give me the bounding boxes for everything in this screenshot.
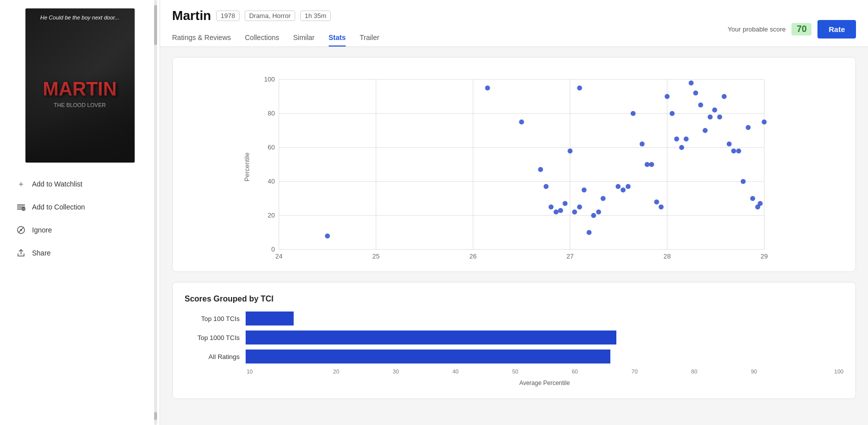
nav-tabs: Ratings & Reviews Collections Similar St…: [172, 30, 379, 46]
svg-point-65: [698, 102, 703, 108]
ignore-button[interactable]: Ignore: [8, 219, 152, 241]
svg-text:26: 26: [469, 252, 476, 260]
svg-text:25: 25: [372, 252, 379, 260]
svg-point-74: [741, 179, 746, 184]
svg-point-51: [626, 184, 631, 189]
bar-row-top100: Top 100 TCIs: [185, 312, 843, 326]
bar-fill-all: [246, 350, 610, 364]
svg-point-60: [674, 136, 679, 142]
svg-point-34: [519, 120, 524, 124]
share-icon: [16, 248, 26, 258]
svg-point-73: [736, 148, 741, 154]
svg-point-44: [582, 188, 587, 192]
tab-ratings[interactable]: Ratings & Reviews: [172, 30, 231, 46]
svg-point-58: [665, 94, 670, 99]
bar-chart-title: Scores Grouped by TCI: [185, 294, 843, 304]
svg-point-43: [577, 204, 582, 210]
svg-point-59: [670, 111, 675, 116]
svg-point-52: [631, 111, 636, 116]
bar-track-top1000: [246, 330, 843, 344]
y-axis-label: Percentile: [243, 152, 251, 182]
rate-button[interactable]: Rate: [817, 20, 856, 38]
svg-point-48: [601, 196, 606, 201]
svg-point-68: [712, 108, 717, 112]
svg-point-67: [708, 114, 713, 120]
bar-track-top100: [246, 312, 843, 326]
svg-text:20: 20: [268, 212, 275, 219]
svg-point-69: [717, 114, 722, 120]
bar-track-all: [246, 350, 843, 364]
bar-row-all: All Ratings: [185, 350, 843, 364]
share-button[interactable]: Share: [8, 242, 152, 264]
scatter-chart-card: .axis-label{font-size:13px;fill:#666;fon…: [172, 57, 856, 272]
svg-point-35: [538, 167, 543, 172]
svg-point-36: [544, 184, 549, 189]
svg-rect-0: [17, 204, 25, 206]
svg-point-33: [485, 86, 490, 90]
bar-label-all: All Ratings: [185, 353, 240, 360]
svg-point-47: [596, 210, 601, 214]
sidebar-scrollbar[interactable]: [154, 0, 158, 425]
x-axis-labels: 10 20 30 40 50 60 70 80 90 100: [246, 368, 843, 374]
svg-point-45: [587, 230, 592, 235]
svg-point-50: [621, 188, 626, 192]
svg-point-56: [654, 200, 659, 204]
svg-point-71: [727, 142, 732, 146]
tab-stats[interactable]: Stats: [329, 30, 346, 46]
ignore-icon: [16, 225, 26, 235]
svg-text:40: 40: [268, 178, 275, 185]
ignore-label: Ignore: [32, 226, 52, 234]
svg-point-49: [616, 184, 621, 189]
bar-row-top1000: Top 1000 TCIs: [185, 330, 843, 344]
svg-point-64: [693, 90, 698, 96]
genres-badge: Drama, Horror: [245, 10, 295, 21]
svg-text:80: 80: [268, 110, 275, 117]
score-label: Your probable score: [728, 26, 786, 33]
svg-point-39: [558, 208, 563, 213]
probable-score: 70: [791, 23, 811, 36]
svg-point-53: [640, 142, 645, 146]
watchlist-label: Add to Watchlist: [32, 180, 83, 188]
svg-point-46: [591, 213, 596, 218]
svg-rect-2: [17, 208, 22, 210]
svg-point-78: [758, 201, 763, 206]
stats-content: .axis-label{font-size:13px;fill:#666;fon…: [160, 47, 868, 409]
tab-similar[interactable]: Similar: [293, 30, 315, 46]
collection-label: Add to Collection: [32, 203, 85, 211]
bar-fill-top1000: [246, 330, 616, 344]
svg-text:24: 24: [275, 252, 282, 260]
svg-point-55: [649, 162, 654, 167]
svg-point-38: [554, 210, 559, 214]
svg-text:28: 28: [663, 252, 670, 260]
svg-point-76: [750, 196, 755, 201]
year-badge: 1978: [216, 10, 240, 21]
poster-tagline: He Could be the boy next door...: [31, 14, 130, 20]
svg-point-42: [572, 210, 577, 214]
svg-point-79: [762, 120, 767, 124]
tab-collections[interactable]: Collections: [245, 30, 279, 46]
plus-icon: ＋: [16, 179, 26, 189]
add-to-watchlist-button[interactable]: ＋ Add to Watchlist: [8, 173, 152, 195]
svg-text:100: 100: [264, 76, 275, 83]
bar-label-top100: Top 100 TCIs: [185, 315, 240, 322]
svg-point-70: [722, 94, 727, 99]
sidebar-actions: ＋ Add to Watchlist Add to Collection: [0, 173, 160, 264]
share-label: Share: [32, 249, 51, 257]
add-to-collection-button[interactable]: Add to Collection: [8, 196, 152, 218]
svg-point-66: [703, 128, 708, 133]
svg-point-72: [731, 148, 736, 154]
bar-label-top1000: Top 1000 TCIs: [185, 334, 240, 342]
tab-trailer[interactable]: Trailer: [360, 30, 379, 46]
svg-point-32: [325, 234, 330, 238]
svg-text:29: 29: [760, 252, 767, 260]
svg-point-57: [659, 204, 664, 210]
svg-text:0: 0: [271, 246, 275, 253]
header-actions: Your probable score 70 Rate: [728, 20, 856, 38]
svg-point-63: [689, 80, 694, 86]
movie-title: Martin: [172, 8, 211, 24]
svg-point-61: [679, 145, 684, 150]
movie-poster: He Could be the boy next door... MARTIN …: [25, 8, 135, 163]
collection-icon: [16, 202, 26, 212]
svg-point-75: [746, 125, 751, 130]
bar-chart-area: Top 100 TCIs Top 1000 TCIs All Rati: [185, 312, 843, 386]
